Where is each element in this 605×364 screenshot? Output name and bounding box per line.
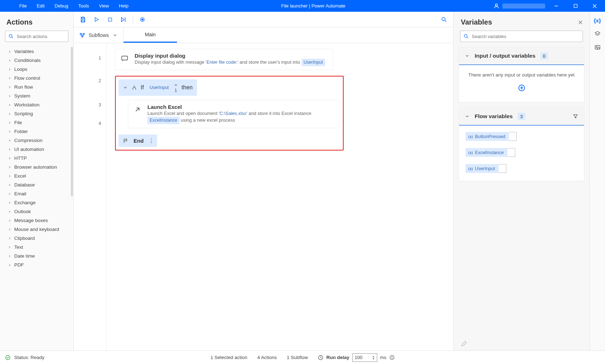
action-group[interactable]: Mouse and keyboard (0, 225, 73, 234)
action-group[interactable]: File (0, 118, 73, 127)
action-group[interactable]: Email (0, 189, 73, 198)
flow-variable-row[interactable]: (x)UserInput (459, 160, 584, 176)
io-variables-section: Input / output variables 0 There aren't … (459, 47, 584, 102)
step-button[interactable] (118, 14, 129, 25)
svg-marker-28 (595, 31, 600, 34)
spinner-buttons[interactable]: ▲▼ (372, 355, 375, 360)
actions-search-input[interactable] (17, 34, 77, 39)
subflows-dropdown[interactable]: Subflows (74, 27, 124, 43)
add-variable-button[interactable] (518, 84, 526, 92)
step-end[interactable]: End ⋮ (119, 134, 157, 147)
action-group[interactable]: Text (0, 243, 73, 252)
flow-variables-section: Flow variables 3 (x)ButtonPressed (x)Exc… (459, 107, 584, 181)
action-group[interactable]: PDF (0, 260, 73, 269)
action-group[interactable]: Database (0, 180, 73, 189)
action-group[interactable]: Date time (0, 252, 73, 260)
svg-rect-7 (82, 17, 84, 19)
action-group[interactable]: Variables (0, 47, 73, 56)
main-menu: File Edit Debug Tools View Help (0, 0, 134, 12)
action-group[interactable]: Loops (0, 65, 73, 74)
menu-debug[interactable]: Debug (49, 0, 73, 12)
flow-variable-row[interactable]: (x)ButtonPressed (459, 128, 584, 144)
svg-point-15 (442, 17, 445, 21)
io-variables-header[interactable]: Input / output variables 0 (459, 47, 584, 65)
action-group[interactable]: Folder (0, 127, 73, 136)
variable-chip: ExcelInstance (147, 117, 179, 124)
actions-search[interactable] (5, 31, 68, 42)
svg-rect-10 (108, 18, 111, 21)
action-group[interactable]: Exchange (0, 198, 73, 207)
action-group[interactable]: Clipboard (0, 234, 73, 243)
chevron-right-icon (8, 210, 11, 213)
action-group[interactable]: System (0, 91, 73, 100)
step-launch-excel[interactable]: Launch Excel Launch Excel and open docum… (128, 100, 340, 128)
toolbar-search-button[interactable] (438, 14, 450, 25)
close-panel-button[interactable] (578, 20, 583, 25)
svg-line-16 (445, 20, 446, 22)
action-group[interactable]: Message boxes (0, 216, 73, 225)
action-group[interactable]: Outlook (0, 207, 73, 216)
flag-icon (123, 138, 129, 144)
title-bar: File Edit Debug Tools View Help File lau… (0, 0, 605, 12)
action-group[interactable]: Browser automation (0, 163, 73, 172)
save-button[interactable] (77, 14, 89, 25)
stop-button[interactable] (104, 14, 116, 25)
chevron-right-icon (8, 183, 11, 187)
selected-count: 1 Selected action (210, 355, 247, 360)
menu-view[interactable]: View (94, 0, 114, 12)
svg-marker-11 (121, 17, 124, 22)
action-group[interactable]: Compression (0, 136, 73, 145)
maximize-button[interactable] (567, 0, 584, 12)
action-group[interactable]: Conditionals (0, 56, 73, 65)
action-group[interactable]: Scripting (0, 109, 73, 118)
step-if[interactable]: If UserInput = 1 then (119, 79, 197, 96)
chevron-right-icon (8, 219, 11, 222)
chevron-right-icon (8, 59, 11, 62)
menu-tools[interactable]: Tools (73, 0, 94, 12)
svg-rect-18 (83, 33, 84, 34)
flow-variable-row[interactable]: (x)ExcelInstance (459, 144, 584, 160)
image-icon[interactable] (594, 44, 601, 51)
record-button[interactable] (137, 14, 148, 25)
info-icon[interactable] (389, 355, 395, 360)
menu-help[interactable]: Help (114, 0, 134, 12)
run-button[interactable] (91, 14, 102, 25)
chevron-right-icon (8, 103, 11, 107)
window-title: File launcher | Power Automate (134, 3, 493, 9)
dialog-icon (120, 54, 129, 63)
filter-icon[interactable] (573, 114, 578, 119)
designer-area: Subflows Main 1 2 3 4 Display input dial… (74, 12, 453, 350)
tab-main[interactable]: Main (124, 27, 177, 43)
layers-icon[interactable] (594, 31, 601, 37)
variables-rail-icon[interactable]: {x} (594, 17, 601, 23)
branch-icon (131, 85, 137, 90)
svg-point-5 (9, 35, 12, 37)
variables-search-input[interactable] (472, 34, 580, 39)
menu-edit[interactable]: Edit (32, 0, 49, 12)
close-button[interactable] (586, 0, 603, 12)
action-group[interactable]: UI automation (0, 145, 73, 154)
line-number: 1 (74, 50, 106, 73)
flow-variables-header[interactable]: Flow variables 3 (459, 108, 584, 126)
menu-file[interactable]: File (14, 0, 32, 12)
variables-panel: Variables Input / output variables 0 The… (453, 12, 589, 350)
action-group[interactable]: Run flow (0, 83, 73, 91)
action-group[interactable]: Workstation (0, 100, 73, 109)
svg-line-6 (12, 37, 13, 38)
step-display-input-dialog[interactable]: Display input dialog Display input dialo… (115, 49, 333, 70)
chevron-right-icon (8, 68, 11, 71)
run-delay-input[interactable]: 100 ▲▼ (352, 353, 377, 362)
actions-list[interactable]: VariablesConditionalsLoopsFlow controlRu… (0, 46, 73, 350)
chevron-right-icon (8, 174, 11, 178)
svg-marker-9 (95, 17, 98, 21)
chevron-right-icon (8, 201, 11, 205)
action-group[interactable]: Flow control (0, 74, 73, 83)
variables-search[interactable] (460, 31, 583, 42)
action-group[interactable]: HTTP (0, 154, 73, 163)
more-icon[interactable]: ⋮ (148, 137, 154, 144)
action-group[interactable]: Excel (0, 172, 73, 180)
minimize-button[interactable] (548, 0, 564, 12)
scrollbar[interactable] (71, 47, 73, 196)
chevron-down-icon (465, 53, 470, 58)
eraser-icon[interactable] (454, 337, 589, 350)
